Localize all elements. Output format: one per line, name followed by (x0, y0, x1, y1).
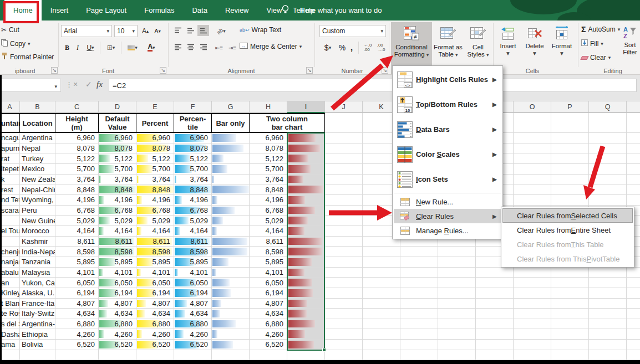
cell-two-column-number[interactable]: 3,764 (250, 175, 287, 185)
cell-bar-only[interactable] (212, 237, 250, 247)
font-size-combo[interactable]: 10▾ (114, 25, 138, 37)
empty-cell[interactable] (514, 195, 551, 206)
empty-cell[interactable] (438, 268, 476, 278)
empty-cell[interactable] (400, 309, 438, 319)
empty-cell[interactable] (514, 164, 551, 175)
cell-two-column-number[interactable]: 5,895 (250, 257, 287, 268)
format-painter-button[interactable]: Format Painter (1, 53, 54, 61)
cell-mountain[interactable]: nanjaro (0, 257, 20, 268)
ribbon-tab-formulas[interactable]: Formulas (135, 0, 183, 20)
cell-height[interactable]: 5,029 (55, 216, 99, 226)
column-header-F[interactable]: F (174, 101, 212, 113)
percent-style-button[interactable]: % (337, 42, 347, 54)
empty-cell[interactable] (250, 350, 287, 360)
cell-two-column-red-bar[interactable] (287, 278, 325, 288)
wrap-text-button[interactable]: ab↩Wrap Text (240, 26, 281, 34)
cell-height[interactable]: 6,050 (55, 278, 99, 288)
column-header-I[interactable]: I (287, 101, 325, 113)
empty-cell[interactable] (551, 340, 589, 350)
empty-cell[interactable] (627, 329, 640, 340)
cell-location[interactable]: India-Nepa (20, 247, 55, 257)
comma-style-button[interactable]: , (348, 42, 355, 54)
empty-cell[interactable] (438, 278, 476, 288)
empty-cell[interactable] (514, 288, 551, 299)
cell-bar-only[interactable] (212, 288, 250, 299)
column-header-Q[interactable]: Q (589, 101, 627, 113)
empty-cell[interactable] (551, 309, 589, 319)
menu-item-clear-rules[interactable]: Clear Rules▶ (394, 209, 501, 223)
cell-two-column-number[interactable]: 6,880 (250, 319, 287, 330)
cell-location[interactable]: New Guine (20, 216, 55, 226)
empty-cell[interactable] (438, 319, 476, 330)
cell-location[interactable]: Peru (20, 206, 55, 216)
empty-cell[interactable] (551, 133, 589, 143)
menu-item-top-bottom-rules[interactable]: 10Top/Bottom Rules▶ (394, 92, 501, 117)
empty-cell[interactable] (438, 350, 476, 360)
cell-percentile[interactable]: 3,764 (174, 175, 212, 185)
empty-cell[interactable] (438, 288, 476, 299)
merge-center-button[interactable]: ↔Merge & Center▾ (240, 43, 302, 50)
menu-item-new-rule[interactable]: New Rule... (394, 194, 501, 209)
empty-cell[interactable] (551, 329, 589, 340)
cell-bar-only[interactable] (212, 133, 250, 143)
empty-cell[interactable] (400, 319, 438, 330)
italic-button[interactable]: I (73, 42, 82, 54)
column-header-D[interactable]: D (99, 101, 136, 113)
cell-location[interactable]: Bolivia (20, 340, 55, 350)
cell-percent[interactable]: 3,764 (136, 175, 174, 185)
empty-cell[interactable] (438, 247, 476, 257)
cell-two-column-red-bar[interactable] (287, 299, 325, 309)
cell-percent[interactable]: 8,078 (136, 143, 174, 154)
empty-cell[interactable] (514, 184, 551, 195)
empty-cell[interactable] (551, 164, 589, 175)
ribbon-tab-home[interactable]: Home (4, 0, 42, 20)
empty-cell[interactable] (514, 319, 551, 330)
cell-two-column-number[interactable]: 8,078 (250, 143, 287, 154)
empty-cell[interactable] (627, 175, 640, 185)
empty-cell[interactable] (589, 350, 627, 360)
cell-bar-only[interactable] (212, 278, 250, 288)
cell-height[interactable]: 4,164 (55, 226, 99, 237)
empty-cell[interactable] (627, 195, 640, 206)
cell-two-column-number[interactable]: 4,196 (250, 195, 287, 206)
cell-bar-only[interactable] (212, 340, 250, 350)
empty-cell[interactable] (363, 340, 400, 350)
cell-default-value[interactable]: 5,122 (99, 153, 136, 164)
cell-bar-only[interactable] (212, 206, 250, 216)
cell-mountain[interactable]: rat (0, 153, 20, 164)
cell-two-column-red-bar[interactable] (287, 309, 325, 319)
cell-two-column-red-bar[interactable] (287, 143, 325, 154)
empty-cell[interactable] (627, 143, 640, 154)
cell-default-value[interactable]: 8,611 (99, 237, 136, 247)
empty-cell[interactable] (551, 319, 589, 330)
name-box[interactable]: ▾ (0, 79, 61, 92)
number-dialog-launcher[interactable]: ↘ (382, 67, 388, 74)
cell-mountain[interactable]: chenju (0, 247, 20, 257)
cell-height[interactable]: 8,848 (55, 184, 99, 195)
cell-percentile[interactable]: 5,029 (174, 216, 212, 226)
cell-percent[interactable]: 6,050 (136, 278, 174, 288)
cell-percent[interactable]: 8,848 (136, 184, 174, 195)
column-header-J[interactable]: J (325, 101, 363, 113)
cell-percent[interactable]: 5,895 (136, 257, 174, 268)
column-header-B[interactable]: B (20, 101, 55, 113)
cell-default-value[interactable]: 4,260 (99, 329, 136, 340)
cell-bar-only[interactable] (212, 175, 250, 185)
empty-cell[interactable] (363, 309, 400, 319)
accounting-format-button[interactable]: $ ▾ (321, 42, 335, 54)
cell-height[interactable]: 4,196 (55, 195, 99, 206)
header-cell-location[interactable]: Location (20, 113, 55, 133)
cell-location[interactable]: Tanzania (20, 257, 55, 268)
cell-bar-only[interactable] (212, 319, 250, 330)
empty-cell[interactable] (627, 288, 640, 299)
cell-default-value[interactable]: 5,700 (99, 164, 136, 175)
cell-percent[interactable]: 6,194 (136, 288, 174, 299)
cell-two-column-number[interactable]: 6,194 (250, 288, 287, 299)
empty-cell[interactable] (325, 278, 363, 288)
empty-cell[interactable] (627, 278, 640, 288)
empty-cell[interactable] (325, 309, 363, 319)
cell-height[interactable]: 4,634 (55, 309, 99, 319)
insert-function-button[interactable]: fx (96, 80, 103, 89)
empty-cell[interactable] (589, 143, 627, 154)
cell-location[interactable]: Morocco (20, 226, 55, 237)
